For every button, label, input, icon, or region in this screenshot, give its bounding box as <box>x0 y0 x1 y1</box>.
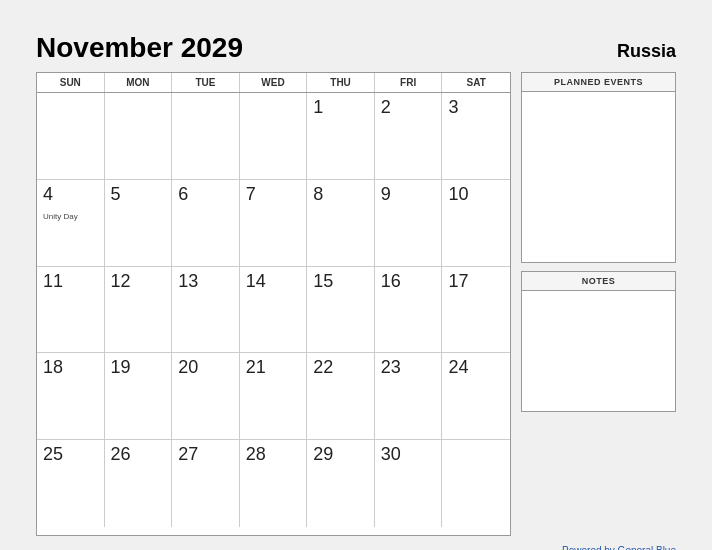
day-cell: 24 <box>442 353 510 440</box>
header: November 2029 Russia <box>36 32 676 64</box>
day-cell: 12 <box>105 267 173 354</box>
day-number: 2 <box>381 97 436 118</box>
notes-title: NOTES <box>522 272 675 291</box>
planned-events-box: PLANNED EVENTS <box>521 72 676 263</box>
day-cell: 10 <box>442 180 510 267</box>
day-number: 7 <box>246 184 301 205</box>
day-cell: 26 <box>105 440 173 527</box>
footer: Powered by General Blue <box>36 540 676 550</box>
day-number: 8 <box>313 184 368 205</box>
day-number: 17 <box>448 271 504 292</box>
page-title: November 2029 <box>36 32 243 64</box>
day-cell: 19 <box>105 353 173 440</box>
day-cell: 15 <box>307 267 375 354</box>
day-cell: 1 <box>307 93 375 180</box>
day-cell: 9 <box>375 180 443 267</box>
day-cell: 4Unity Day <box>37 180 105 267</box>
day-number: 9 <box>381 184 436 205</box>
day-cell: 6 <box>172 180 240 267</box>
day-number: 18 <box>43 357 98 378</box>
calendar: SUNMONTUEWEDTHUFRISAT 1234Unity Day56789… <box>36 72 511 536</box>
day-cell: 30 <box>375 440 443 527</box>
day-number: 10 <box>448 184 504 205</box>
day-cell: 25 <box>37 440 105 527</box>
day-number: 11 <box>43 271 98 292</box>
day-number: 25 <box>43 444 98 465</box>
day-header-tue: TUE <box>172 73 240 92</box>
planned-events-content <box>522 92 675 262</box>
day-cell: 8 <box>307 180 375 267</box>
day-cell <box>172 93 240 180</box>
main-area: SUNMONTUEWEDTHUFRISAT 1234Unity Day56789… <box>36 72 676 536</box>
day-number: 6 <box>178 184 233 205</box>
day-number: 15 <box>313 271 368 292</box>
day-number: 22 <box>313 357 368 378</box>
day-cell: 20 <box>172 353 240 440</box>
day-cell <box>442 440 510 527</box>
event-label: Unity Day <box>43 212 78 221</box>
day-header-wed: WED <box>240 73 308 92</box>
day-number: 16 <box>381 271 436 292</box>
day-cell: 11 <box>37 267 105 354</box>
sidebar: PLANNED EVENTS NOTES <box>521 72 676 536</box>
day-cell: 13 <box>172 267 240 354</box>
day-header-sun: SUN <box>37 73 105 92</box>
day-cell <box>37 93 105 180</box>
day-cell: 18 <box>37 353 105 440</box>
calendar-body: 1234Unity Day567891011121314151617181920… <box>37 93 510 527</box>
day-number: 28 <box>246 444 301 465</box>
day-cell: 17 <box>442 267 510 354</box>
day-number: 23 <box>381 357 436 378</box>
day-number: 1 <box>313 97 368 118</box>
day-number: 19 <box>111 357 166 378</box>
day-number: 5 <box>111 184 166 205</box>
day-cell: 27 <box>172 440 240 527</box>
page: November 2029 Russia SUNMONTUEWEDTHUFRIS… <box>20 20 692 550</box>
day-cell: 3 <box>442 93 510 180</box>
day-cell: 21 <box>240 353 308 440</box>
day-cell <box>105 93 173 180</box>
notes-box: NOTES <box>521 271 676 412</box>
day-number: 24 <box>448 357 504 378</box>
day-cell: 22 <box>307 353 375 440</box>
day-number: 27 <box>178 444 233 465</box>
day-cell: 2 <box>375 93 443 180</box>
day-number: 3 <box>448 97 504 118</box>
day-number: 30 <box>381 444 436 465</box>
day-cell <box>240 93 308 180</box>
day-number: 21 <box>246 357 301 378</box>
day-cell: 29 <box>307 440 375 527</box>
powered-by-link[interactable]: Powered by General Blue <box>562 545 676 550</box>
notes-content <box>522 291 675 411</box>
calendar-header: SUNMONTUEWEDTHUFRISAT <box>37 73 510 93</box>
day-cell: 7 <box>240 180 308 267</box>
day-cell: 5 <box>105 180 173 267</box>
country-label: Russia <box>617 41 676 62</box>
planned-events-title: PLANNED EVENTS <box>522 73 675 92</box>
day-header-sat: SAT <box>442 73 510 92</box>
day-number: 12 <box>111 271 166 292</box>
day-number: 13 <box>178 271 233 292</box>
day-number: 29 <box>313 444 368 465</box>
day-cell: 16 <box>375 267 443 354</box>
day-number: 26 <box>111 444 166 465</box>
day-number: 20 <box>178 357 233 378</box>
day-cell: 14 <box>240 267 308 354</box>
day-header-mon: MON <box>105 73 173 92</box>
day-header-fri: FRI <box>375 73 443 92</box>
day-header-thu: THU <box>307 73 375 92</box>
day-cell: 28 <box>240 440 308 527</box>
day-cell: 23 <box>375 353 443 440</box>
day-number: 4 <box>43 184 98 205</box>
day-number: 14 <box>246 271 301 292</box>
